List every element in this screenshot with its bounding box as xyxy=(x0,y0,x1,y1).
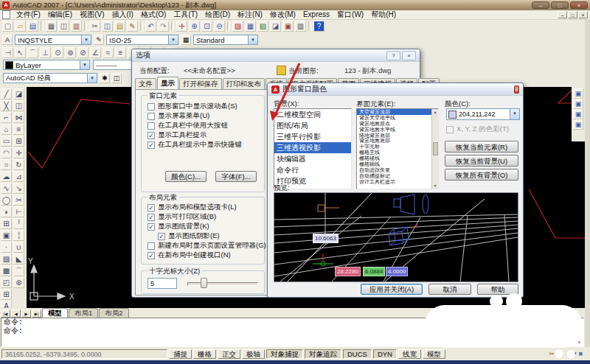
break-icon[interactable]: ╎ xyxy=(13,230,24,241)
menu-item[interactable]: 工具(T) xyxy=(170,10,201,19)
menu-item[interactable]: 文件(F) xyxy=(13,10,44,19)
sheetset-manager-icon[interactable]: ◪ xyxy=(270,21,281,32)
separator[interactable] xyxy=(227,21,230,31)
move-icon[interactable]: ✛ xyxy=(13,147,24,158)
clean-screen-icon[interactable]: ■ xyxy=(579,349,583,358)
copy-object-icon[interactable]: ◫ xyxy=(13,100,24,111)
status-toggle-button[interactable]: 模型 xyxy=(423,349,445,359)
gradient-icon[interactable]: ▩ xyxy=(1,265,12,276)
save-icon[interactable]: ▤ xyxy=(27,21,38,32)
chevron-down-icon[interactable]: ▼ xyxy=(81,35,91,44)
plot-preview-icon[interactable]: ◫ xyxy=(58,21,69,32)
mdi-window-button[interactable]: × xyxy=(578,11,588,18)
element-listbox[interactable]: 天空背景顶部背景天空地平线背景地面原点背景地面水平线陆地背景底部背景地面底部十字… xyxy=(356,108,439,189)
zoom-window-icon[interactable]: ⊡ xyxy=(201,21,212,32)
mdi-window-button[interactable]: – xyxy=(558,11,567,18)
rotate-icon[interactable]: ↻ xyxy=(13,159,24,170)
checkbox-icon[interactable] xyxy=(148,242,155,250)
list-item[interactable]: 背景地面水平线 xyxy=(357,127,431,133)
tab-nav-button[interactable]: ◀ xyxy=(11,309,21,318)
arc-icon[interactable]: ◠ xyxy=(1,147,12,158)
workspace-save-icon[interactable]: ◫ xyxy=(111,73,122,83)
separator[interactable] xyxy=(41,21,44,31)
zoom-realtime-icon[interactable]: ⊕ xyxy=(189,21,200,32)
restore-all-contexts-button[interactable]: 恢复所有背景(O) xyxy=(445,169,518,181)
separator[interactable] xyxy=(140,21,143,31)
checkbox-icon[interactable] xyxy=(148,204,155,211)
scroll-down-icon[interactable]: ▼ xyxy=(434,183,437,189)
minimize-button[interactable]: – xyxy=(532,1,549,9)
options-dialog-titlebar[interactable]: 选项 ? × xyxy=(132,49,420,62)
toolpalettes-icon[interactable]: ▧ xyxy=(257,21,268,32)
list-item[interactable]: 背景天空地平线 xyxy=(357,115,431,121)
context-listbox[interactable]: 二维模型空间图纸/布局三维平行投影三维透视投影块编辑器命令行打印预览 xyxy=(274,108,352,189)
table-style-combo[interactable]: Standard ▼ xyxy=(193,35,258,45)
break-at-point-icon[interactable]: ╵ xyxy=(13,218,24,229)
workspace-combo[interactable]: AutoCAD 经典 ▼ xyxy=(3,73,97,83)
send-to-back-icon[interactable]: ▣ xyxy=(573,99,583,109)
options-tab[interactable]: 显示 xyxy=(157,77,178,89)
chevron-down-icon[interactable]: ▼ xyxy=(510,109,519,119)
rectangle-icon[interactable]: ▭ xyxy=(1,136,12,147)
join-icon[interactable]: ∪ xyxy=(13,242,24,253)
region-icon[interactable]: ◰ xyxy=(1,277,12,288)
array-icon[interactable]: ⊞ xyxy=(13,136,24,147)
dialog-close-button[interactable]: × xyxy=(402,51,416,60)
revcloud-icon[interactable]: ☁ xyxy=(1,171,12,182)
ordinate-icon[interactable]: ⊥ xyxy=(40,47,51,58)
xref-tray-icon[interactable]: ✂ xyxy=(549,349,555,358)
menu-item[interactable]: 窗口(W) xyxy=(333,10,367,19)
chevron-down-icon[interactable]: ▼ xyxy=(248,35,257,44)
colors-dialog-titlebar[interactable]: A 图形窗口颜色 × xyxy=(268,83,523,96)
list-item[interactable]: 块编辑器 xyxy=(274,153,351,164)
line-icon[interactable]: ╱ xyxy=(1,88,12,99)
send-under-icon[interactable]: ▣ xyxy=(573,119,583,130)
maximize-button[interactable]: □ xyxy=(551,1,569,9)
options-tab[interactable]: 文件 xyxy=(135,78,156,89)
list-item[interactable]: 天空背景顶部 xyxy=(357,109,431,115)
properties-icon[interactable]: ▨ xyxy=(232,21,243,32)
color-control-combo[interactable]: ByLayer ▼ xyxy=(3,60,90,70)
chevron-down-icon[interactable]: ▼ xyxy=(168,35,178,44)
workspace-settings-icon[interactable]: ✱ xyxy=(100,73,110,83)
mirror-icon[interactable]: ⋈ xyxy=(13,112,24,123)
list-item[interactable]: 十字光标 xyxy=(357,144,431,150)
chamfer-icon[interactable]: ◣ xyxy=(13,253,24,265)
status-toggle-button[interactable]: 捕捉 xyxy=(169,349,192,359)
checkbox-row[interactable]: 图形窗口中显示滚动条(S) xyxy=(142,102,264,111)
checkbox-row[interactable]: 显示图纸阴影(E) xyxy=(142,231,264,241)
menu-item[interactable]: Express xyxy=(299,10,333,19)
scroll-down-icon[interactable]: ▼ xyxy=(577,340,582,345)
baseline-icon[interactable]: ≡ xyxy=(115,47,126,58)
bring-above-icon[interactable]: ▣ xyxy=(573,109,583,119)
cancel-button[interactable]: 取消 xyxy=(428,284,471,295)
checkbox-icon[interactable] xyxy=(148,122,155,130)
checkbox-row[interactable]: 在新布局中创建视口(N) xyxy=(142,251,264,260)
circle-icon[interactable]: ○ xyxy=(1,159,12,170)
separator[interactable] xyxy=(308,21,311,31)
mdi-window-button[interactable]: □ xyxy=(568,11,577,18)
menu-item[interactable]: 视图(V) xyxy=(76,10,108,19)
bring-to-front-icon[interactable]: ▣ xyxy=(573,88,583,99)
radius-icon[interactable]: ⊙ xyxy=(52,47,63,58)
plot-icon[interactable]: ▦ xyxy=(46,21,57,32)
checkbox-icon[interactable] xyxy=(158,233,165,240)
layout-tab[interactable]: 模型 xyxy=(42,308,68,318)
menu-item[interactable]: 格式(O) xyxy=(137,10,170,19)
tab-nav-button[interactable]: |◀ xyxy=(1,309,10,318)
make-block-icon[interactable]: ▣ xyxy=(1,230,12,241)
status-toggle-button[interactable]: DUCS xyxy=(343,349,372,359)
scrollbar-thumb[interactable] xyxy=(433,142,438,155)
table-icon[interactable]: ⊞ xyxy=(1,289,12,300)
linear-dimension-icon[interactable]: ⊣ xyxy=(2,47,13,58)
options-tab[interactable]: 打开和保存 xyxy=(179,78,222,89)
text-style-icon[interactable]: A xyxy=(2,35,13,45)
status-toggle-button[interactable]: 对象追踪 xyxy=(305,349,341,359)
table-style-icon[interactable]: ▦ xyxy=(181,35,191,45)
ellipse-icon[interactable]: ◯ xyxy=(1,195,12,206)
checkbox-row[interactable]: 显示屏幕菜单(U) xyxy=(142,111,264,121)
zoom-previous-icon[interactable]: ⊖ xyxy=(214,21,225,32)
list-item[interactable]: 自动捕捉标记 xyxy=(357,173,431,179)
list-item[interactable]: 三维透视投影 xyxy=(274,142,351,153)
polygon-icon[interactable]: ⌂ xyxy=(1,124,12,135)
